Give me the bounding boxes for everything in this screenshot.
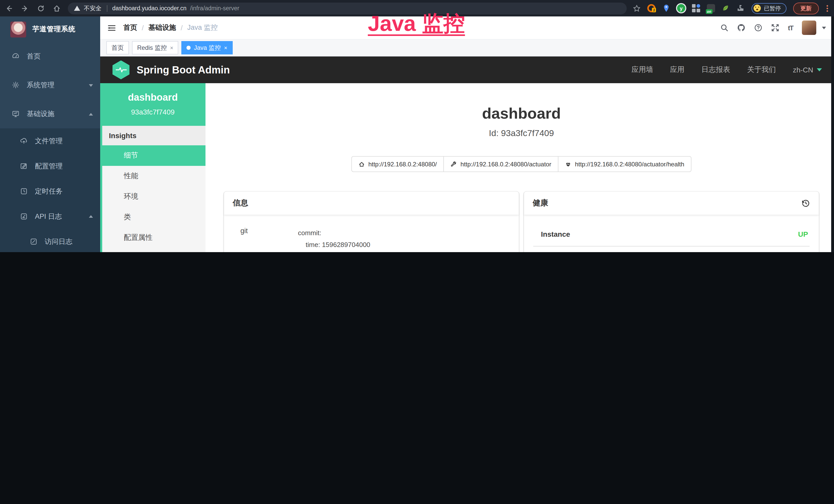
sidebar-item-infra[interactable]: 基础设施 — [0, 100, 100, 129]
bookmark-star-icon[interactable] — [633, 4, 641, 12]
sba-nav-journal[interactable]: 日志报表 — [701, 65, 730, 74]
sba-item-classes[interactable]: 类 — [102, 207, 205, 228]
extension-pin-icon[interactable] — [662, 4, 671, 12]
tag-home[interactable]: 首页 — [106, 41, 129, 54]
breadcrumb: 首页 / 基础设施 / Java 监控 — [123, 23, 218, 32]
sidebar-item-system[interactable]: 系统管理 — [0, 71, 100, 100]
sba-item-scheduled-tasks[interactable]: 计划任务 — [102, 248, 205, 252]
active-tag-dot — [187, 46, 191, 50]
info-card: 信息 git commit: time: 1596289704000 id: 2… — [224, 191, 519, 252]
top-navbar: 首页 / 基础设施 / Java 监控 tT — [100, 17, 834, 39]
log-edit-icon — [20, 212, 28, 221]
extensions-puzzle-icon[interactable] — [737, 4, 745, 12]
extension-dark-icon[interactable]: on — [707, 4, 715, 12]
sba-brand[interactable]: Spring Boot Admin — [137, 64, 230, 76]
sidebar-item-file-management[interactable]: 文件管理 — [0, 129, 100, 154]
sba-section-insights: Insights — [102, 126, 205, 145]
endpoint-home-button[interactable]: http://192.168.0.2:48080/ — [351, 156, 444, 172]
monitor-icon — [12, 110, 20, 118]
help-circle-icon[interactable] — [754, 24, 762, 32]
sba-item-details[interactable]: 细节 — [102, 145, 205, 166]
sba-nav-applications[interactable]: 应用 — [670, 65, 684, 74]
security-label: 不安全 — [84, 4, 102, 12]
infra-submenu: 文件管理 配置管理 定时任务 API 日志 访问日志 — [0, 129, 100, 252]
reload-icon[interactable] — [37, 4, 45, 12]
sba-logo-icon — [112, 60, 129, 79]
breadcrumb-infra[interactable]: 基础设施 — [149, 23, 176, 32]
sba-item-environment[interactable]: 环境 — [102, 186, 205, 207]
timer-icon — [20, 187, 28, 196]
info-card-title: 信息 — [233, 198, 248, 208]
breadcrumb-current: Java 监控 — [187, 23, 218, 32]
instance-label: Instance — [541, 230, 570, 238]
paused-extension-pill[interactable]: 已暂停 — [751, 3, 787, 14]
url-path: /infra/admin-server — [190, 5, 239, 11]
endpoint-health-button[interactable]: http://192.168.0.2:48080/actuator/health — [558, 156, 692, 172]
extension-leaf-icon[interactable] — [722, 4, 730, 12]
back-icon[interactable] — [5, 4, 13, 12]
spring-boot-admin: Spring Boot Admin 应用墙 应用 日志报表 关于我们 zh-CN — [100, 56, 834, 252]
sidebar-fold-icon[interactable] — [107, 23, 116, 32]
font-size-icon[interactable]: tT — [788, 24, 793, 31]
cloud-upload-icon — [20, 137, 28, 145]
sba-instance-header: dashboard 93a3fc7f7409 — [100, 83, 205, 126]
avatar-caret-down-icon[interactable] — [822, 26, 826, 29]
log-edit-icon — [30, 237, 38, 246]
sidebar-item-access-logs[interactable]: 访问日志 — [0, 229, 100, 252]
address-bar[interactable]: 不安全 dashboard.yudao.iocoder.cn/infra/adm… — [68, 2, 627, 14]
update-button[interactable]: 更新 — [793, 2, 819, 14]
sba-nav-about[interactable]: 关于我们 — [747, 65, 776, 74]
caret-down-icon — [817, 68, 822, 71]
endpoint-actuator-button[interactable]: http://192.168.0.2:48080/actuator — [444, 156, 559, 172]
browser-menu-kebab-icon[interactable] — [826, 5, 829, 12]
chevron-down-icon — [89, 84, 93, 87]
extension-grid-icon[interactable] — [692, 4, 700, 12]
screen: 不安全 dashboard.yudao.iocoder.cn/infra/adm… — [0, 0, 834, 252]
tags-view-bar: 首页 Redis 监控 × Java 监控 × — [100, 39, 834, 56]
home-icon[interactable] — [53, 4, 61, 12]
sba-item-metrics[interactable]: 性能 — [102, 166, 205, 186]
close-tag-icon[interactable]: × — [170, 45, 173, 51]
sba-app-name: dashboard — [103, 92, 202, 103]
fullscreen-icon[interactable] — [771, 24, 779, 32]
forward-icon[interactable] — [21, 4, 29, 12]
history-icon[interactable] — [802, 199, 810, 207]
heartbeat-icon — [565, 161, 571, 167]
sba-app-id: 93a3fc7f7409 — [103, 108, 202, 116]
home-icon — [358, 161, 365, 167]
instance-health-row: Instance UP — [533, 228, 810, 247]
sba-item-config-props[interactable]: 配置属性 — [102, 228, 205, 248]
breadcrumb-home[interactable]: 首页 — [123, 23, 137, 32]
user-avatar[interactable] — [802, 21, 816, 35]
tag-java-monitor[interactable]: Java 监控 × — [182, 41, 233, 54]
extension-orange-icon[interactable]: 1 — [647, 4, 656, 12]
window-right-edge — [831, 17, 834, 252]
instance-id: Id: 93a3fc7f7409 — [224, 129, 819, 139]
app-title: 芋道管理系统 — [32, 25, 75, 34]
paused-label: 已暂停 — [764, 4, 781, 12]
url-host: dashboard.yudao.iocoder.cn — [112, 5, 186, 11]
sidebar-item-scheduled-jobs[interactable]: 定时任务 — [0, 179, 100, 204]
sidebar-item-home[interactable]: 首页 — [0, 42, 100, 71]
extension-y-icon[interactable]: y — [677, 4, 685, 12]
sidebar-item-config-management[interactable]: 配置管理 — [0, 154, 100, 179]
chevron-up-icon — [89, 113, 93, 115]
sba-sidebar: dashboard 93a3fc7f7409 Insights 细节 性能 环境… — [100, 83, 205, 252]
sba-locale-select[interactable]: zh-CN — [793, 66, 822, 74]
app-logo-row[interactable]: 芋道管理系统 — [0, 17, 100, 42]
extension-on-badge: on — [706, 9, 712, 14]
sba-main-content: dashboard Id: 93a3fc7f7409 http://192.16… — [205, 83, 834, 252]
sidebar-item-api-logs[interactable]: API 日志 — [0, 204, 100, 229]
instance-title: dashboard — [224, 105, 819, 122]
yudao-sidebar: 芋道管理系统 首页 系统管理 基础设施 文件管理 — [0, 17, 100, 252]
close-tag-icon[interactable]: × — [224, 45, 227, 51]
sba-nav-wallboard[interactable]: 应用墙 — [632, 65, 653, 74]
tag-redis-monitor[interactable]: Redis 监控 × — [132, 41, 178, 54]
gear-icon — [12, 81, 20, 89]
git-label: git — [240, 227, 298, 252]
update-label: 更新 — [800, 4, 812, 12]
annotation-java-monitor: Java 监控 — [368, 9, 465, 38]
sba-header: Spring Boot Admin 应用墙 应用 日志报表 关于我们 zh-CN — [100, 56, 834, 83]
search-icon[interactable] — [720, 24, 728, 32]
github-icon[interactable] — [737, 24, 745, 32]
